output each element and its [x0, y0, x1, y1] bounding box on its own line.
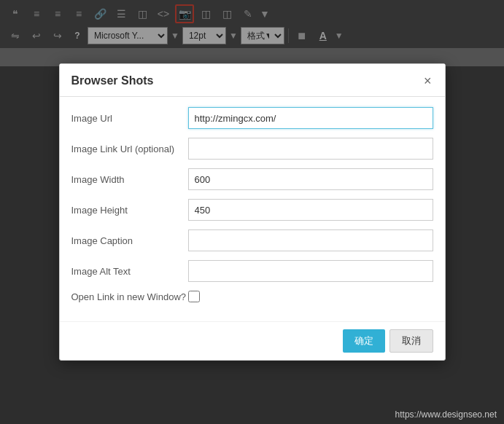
- form-row-image-height: Image Height: [71, 199, 433, 221]
- modal-backdrop: Browser Shots × Image Url Image Link Url…: [0, 0, 504, 424]
- label-image-width: Image Width: [71, 174, 188, 185]
- label-image-height: Image Height: [71, 205, 188, 216]
- cancel-button[interactable]: 取消: [389, 329, 433, 353]
- confirm-button[interactable]: 确定: [343, 329, 385, 353]
- dialog-body: Image Url Image Link Url (optional) Imag…: [60, 97, 445, 321]
- input-image-caption[interactable]: [188, 229, 433, 251]
- label-image-caption: Image Caption: [71, 235, 188, 246]
- checkbox-open-new-window[interactable]: [188, 291, 200, 302]
- dialog-title: Browser Shots: [71, 74, 154, 87]
- label-image-url: Image Url: [71, 113, 188, 124]
- form-row-image-alt-text: Image Alt Text: [71, 260, 433, 282]
- label-open-new-window: Open Link in new Window?: [71, 291, 188, 302]
- form-row-open-new-window: Open Link in new Window?: [71, 291, 433, 302]
- input-image-url[interactable]: [188, 107, 433, 129]
- form-row-image-link-url: Image Link Url (optional): [71, 138, 433, 160]
- dialog-close-button[interactable]: ×: [422, 74, 433, 87]
- label-image-alt-text: Image Alt Text: [71, 266, 188, 277]
- dialog: Browser Shots × Image Url Image Link Url…: [59, 63, 446, 361]
- dialog-footer: 确定 取消: [60, 321, 445, 360]
- form-row-image-caption: Image Caption: [71, 229, 433, 251]
- input-image-link-url[interactable]: [188, 138, 433, 160]
- input-image-height[interactable]: [188, 199, 433, 221]
- watermark: https://www.designseo.net: [395, 409, 497, 420]
- dialog-header: Browser Shots ×: [60, 64, 445, 97]
- form-row-image-url: Image Url: [71, 107, 433, 129]
- watermark-text: https://www.designseo.net: [395, 409, 497, 420]
- label-image-link-url: Image Link Url (optional): [71, 144, 188, 154]
- form-row-image-width: Image Width: [71, 168, 433, 190]
- input-image-width[interactable]: [188, 168, 433, 190]
- input-image-alt-text[interactable]: [188, 260, 433, 282]
